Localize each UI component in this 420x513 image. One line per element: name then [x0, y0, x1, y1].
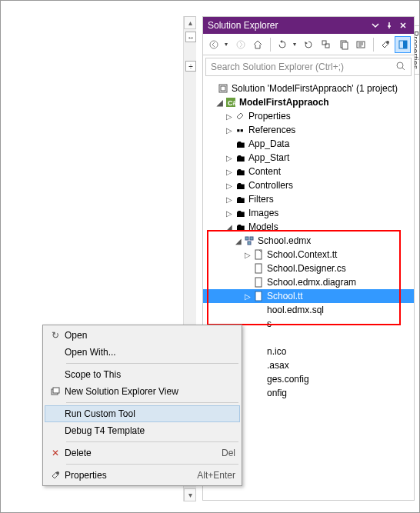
split-icon[interactable]: ÷ [185, 61, 196, 72]
refresh-icon[interactable] [301, 36, 317, 53]
back-button-icon[interactable] [206, 36, 222, 53]
references-node[interactable]: ▷ ▪▪ References [203, 123, 414, 137]
svg-rect-12 [221, 86, 225, 91]
cs-file-icon [252, 262, 265, 275]
folder-icon: 🖿 [234, 152, 246, 164]
move-icon[interactable]: ↔ [185, 32, 196, 42]
properties-node[interactable]: ▷ Properties [203, 109, 414, 123]
references-icon: ▪▪ [234, 124, 246, 136]
search-placeholder: Search Solution Explorer (Ctrl+;) [211, 62, 344, 72]
folder-filters[interactable]: ▷🖿Filters [203, 192, 414, 206]
scroll-down-icon[interactable]: ▾ [184, 488, 196, 501]
svg-point-0 [210, 41, 218, 48]
diagram-file-icon [252, 276, 265, 288]
folder-icon: 🖿 [234, 138, 246, 150]
svg-rect-23 [53, 388, 59, 393]
svg-rect-16 [250, 237, 253, 240]
search-icon[interactable] [395, 61, 406, 74]
menu-separator [66, 441, 238, 442]
menu-open[interactable]: ↻ Open [45, 327, 240, 344]
panel-title-text: Solution Explorer [208, 20, 278, 31]
open-icon: ↻ [46, 330, 65, 341]
menu-separator [66, 402, 238, 403]
file-school-edmx[interactable]: ◢School.edmx [203, 234, 414, 248]
menu-debug-t4-template[interactable]: Debug T4 Template [45, 422, 240, 439]
svg-rect-17 [248, 242, 251, 245]
file-school-edmx-diagram[interactable]: School.edmx.diagram [203, 275, 414, 289]
svg-point-1 [237, 41, 245, 48]
tt-file-icon [252, 290, 265, 302]
svg-rect-15 [245, 237, 248, 240]
csharp-project-icon: C# [225, 96, 237, 108]
window-icon [46, 386, 65, 397]
folder-controllers[interactable]: ▷🖿Controllers [203, 178, 414, 192]
folder-icon: 🖿 [234, 221, 246, 233]
file-school-designer-cs[interactable]: School.Designer.cs [203, 261, 414, 275]
svg-point-10 [397, 62, 403, 68]
collapse-all-icon[interactable] [318, 36, 335, 53]
forward-button-icon[interactable] [232, 36, 248, 53]
search-input[interactable]: Search Solution Explorer (Ctrl+;) [205, 58, 412, 76]
menu-open-with[interactable]: Open With... [45, 344, 240, 361]
window-menu-icon[interactable] [369, 19, 382, 32]
wrench-icon [234, 110, 246, 122]
project-node[interactable]: ◢ C# ModelFirstAppraoch [203, 95, 414, 109]
panel-toolbar: ▾ ▾ [203, 34, 414, 55]
folder-images[interactable]: ▷🖿Images [203, 206, 414, 220]
folder-icon: 🖿 [234, 179, 246, 192]
panel-titlebar[interactable]: Solution Explorer [203, 17, 414, 34]
sync-icon[interactable] [275, 36, 291, 53]
menu-properties[interactable]: Properties Alt+Enter [45, 467, 240, 484]
edmx-icon [243, 235, 255, 247]
delete-icon: ✕ [46, 448, 65, 458]
svg-rect-5 [342, 42, 348, 49]
menu-new-solution-explorer-view[interactable]: New Solution Explorer View [45, 383, 240, 400]
svg-text:C#: C# [228, 99, 236, 107]
file-school-tt[interactable]: ▷School.tt [203, 289, 414, 303]
menu-run-custom-tool[interactable]: Run Custom Tool [45, 405, 240, 422]
tt-file-icon [252, 248, 265, 261]
home-icon[interactable] [250, 36, 266, 53]
svg-point-24 [56, 471, 59, 475]
folder-content[interactable]: ▷🖿Content [203, 165, 414, 178]
file-school-context-tt[interactable]: ▷School.Context.tt [203, 248, 414, 261]
svg-rect-21 [255, 291, 262, 301]
wrench-icon [46, 470, 65, 481]
folder-app-start[interactable]: ▷🖿App_Start [203, 151, 414, 165]
folder-app-data[interactable]: 🖿App_Data [203, 137, 414, 151]
svg-rect-20 [255, 278, 262, 287]
pin-icon[interactable] [383, 19, 395, 32]
menu-separator [66, 363, 238, 364]
sql-file-icon [252, 304, 265, 316]
menu-delete[interactable]: ✕ Delete Del [45, 445, 240, 461]
folder-icon: 🖿 [234, 207, 246, 219]
solution-icon [217, 82, 229, 95]
folder-models[interactable]: ◢🖿Models [203, 220, 414, 234]
properties-button-icon[interactable] [378, 36, 394, 53]
svg-rect-9 [403, 41, 407, 48]
show-all-files-icon[interactable] [335, 36, 352, 53]
folder-icon: 🖿 [234, 165, 246, 178]
svg-rect-19 [255, 264, 262, 273]
file-school-edmx-sql[interactable]: hool.edmx.sql [203, 303, 414, 317]
context-menu: ↻ Open Open With... Scope to This New So… [42, 325, 242, 486]
svg-point-7 [386, 41, 389, 44]
sync-dropdown-icon[interactable]: ▾ [292, 36, 298, 53]
menu-scope-to-this[interactable]: Scope to This [45, 366, 240, 383]
close-icon[interactable] [397, 19, 409, 32]
menu-separator [66, 464, 238, 465]
solution-node[interactable]: Solution 'ModelFirstAppraoch' (1 project… [203, 82, 414, 95]
preview-button-icon[interactable] [395, 36, 411, 53]
folder-icon: 🖿 [234, 193, 246, 205]
view-code-icon[interactable] [353, 36, 369, 53]
back-dropdown-icon[interactable]: ▾ [224, 36, 231, 53]
scroll-up-icon[interactable]: ▴ [184, 16, 196, 29]
